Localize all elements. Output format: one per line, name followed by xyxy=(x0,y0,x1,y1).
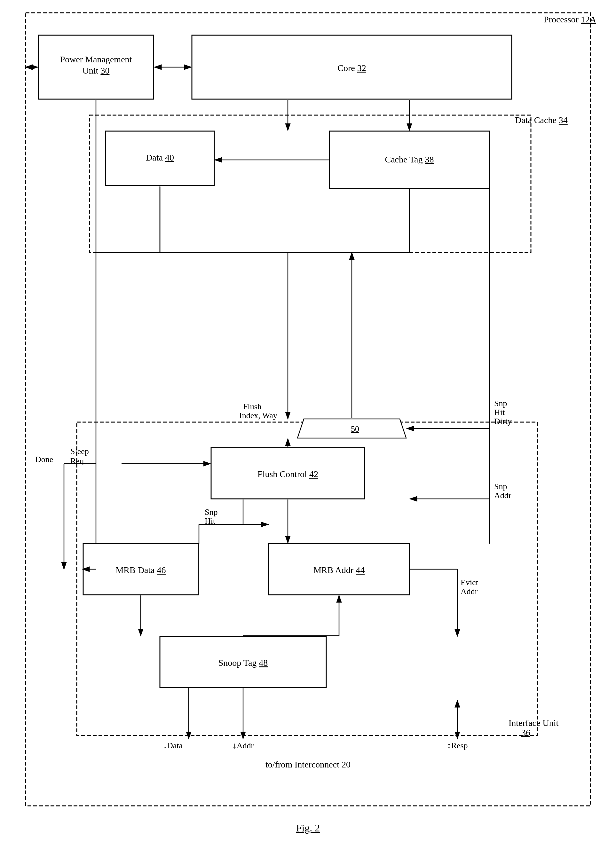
svg-text:Snoop Tag 48: Snoop Tag 48 xyxy=(218,658,268,668)
svg-text:Fig. 2: Fig. 2 xyxy=(296,822,320,834)
svg-text:Dirty: Dirty xyxy=(494,417,512,426)
svg-text:Req.: Req. xyxy=(71,456,86,466)
svg-text:Snp: Snp xyxy=(494,399,507,408)
svg-text:Unit 30: Unit 30 xyxy=(83,66,110,75)
svg-text:↓Addr: ↓Addr xyxy=(233,741,254,750)
svg-text:Snp: Snp xyxy=(205,507,217,517)
svg-text:Snp: Snp xyxy=(494,482,507,491)
svg-text:Flush: Flush xyxy=(243,402,262,411)
svg-text:Index, Way: Index, Way xyxy=(239,411,277,420)
svg-text:↕Resp: ↕Resp xyxy=(447,741,468,750)
svg-text:Data Cache 34: Data Cache 34 xyxy=(515,115,568,125)
svg-text:↓Data: ↓Data xyxy=(163,741,183,750)
svg-text:Power Management: Power Management xyxy=(60,54,132,64)
svg-text:to/from Interconnect 20: to/from Interconnect 20 xyxy=(266,760,350,769)
svg-text:Data 40: Data 40 xyxy=(146,152,174,162)
svg-text:Addr: Addr xyxy=(494,491,511,500)
svg-text:Processor 12A: Processor 12A xyxy=(544,14,597,24)
main-svg: text { font-family: 'Times New Roman', T… xyxy=(0,0,616,865)
svg-text:Flush Control 42: Flush Control 42 xyxy=(258,469,318,479)
svg-text:MRB Addr 44: MRB Addr 44 xyxy=(313,565,365,575)
svg-text:MRB Data 46: MRB Data 46 xyxy=(115,565,166,575)
svg-text:Addr: Addr xyxy=(460,587,478,596)
svg-text:Hit: Hit xyxy=(494,408,505,417)
svg-text:Core 32: Core 32 xyxy=(338,63,366,73)
svg-text:Evict: Evict xyxy=(460,578,478,587)
svg-text:Sleep: Sleep xyxy=(71,447,89,456)
svg-text:50: 50 xyxy=(351,424,359,433)
svg-text:Hit: Hit xyxy=(205,516,215,526)
svg-text:Cache Tag 38: Cache Tag 38 xyxy=(385,154,434,164)
svg-text:36: 36 xyxy=(521,727,530,738)
svg-text:Interface Unit: Interface Unit xyxy=(509,718,558,728)
svg-text:Done: Done xyxy=(35,455,53,464)
